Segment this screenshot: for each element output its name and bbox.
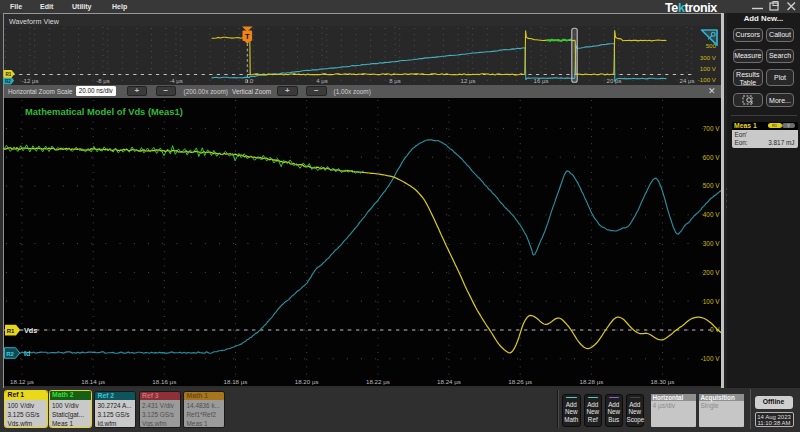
svg-text:18.12 µs: 18.12 µs [10, 378, 34, 385]
svg-text:300 V: 300 V [703, 240, 720, 247]
svg-text:Id: Id [24, 349, 30, 358]
svg-text:-100 V: -100 V [701, 355, 721, 362]
svg-text:18.16 µs: 18.16 µs [152, 378, 176, 385]
svg-text:0 V: 0 V [710, 326, 720, 333]
svg-text:Mathematical Model of Vds (Mea: Mathematical Model of Vds (Meas1) [25, 106, 183, 117]
svg-text:18.26 µs: 18.26 µs [508, 378, 532, 385]
svg-text:R1: R1 [7, 328, 15, 334]
svg-text:18.22 µs: 18.22 µs [366, 378, 390, 385]
svg-text:18.20 µs: 18.20 µs [295, 378, 319, 385]
svg-text:18.28 µs: 18.28 µs [579, 378, 603, 385]
svg-text:18.24 µs: 18.24 µs [437, 378, 461, 385]
svg-text:Vds: Vds [24, 326, 37, 335]
svg-text:100 V: 100 V [703, 298, 720, 305]
svg-text:18.18 µs: 18.18 µs [224, 378, 248, 385]
svg-text:700 V: 700 V [703, 125, 720, 132]
svg-text:18.30 µs: 18.30 µs [651, 378, 675, 385]
svg-text:500 V: 500 V [703, 182, 720, 189]
svg-text:200 V: 200 V [703, 269, 720, 276]
svg-text:R2: R2 [6, 351, 14, 357]
svg-text:600 V: 600 V [703, 154, 720, 161]
svg-text:400 V: 400 V [703, 211, 720, 218]
svg-text:18.14 µs: 18.14 µs [81, 378, 105, 385]
